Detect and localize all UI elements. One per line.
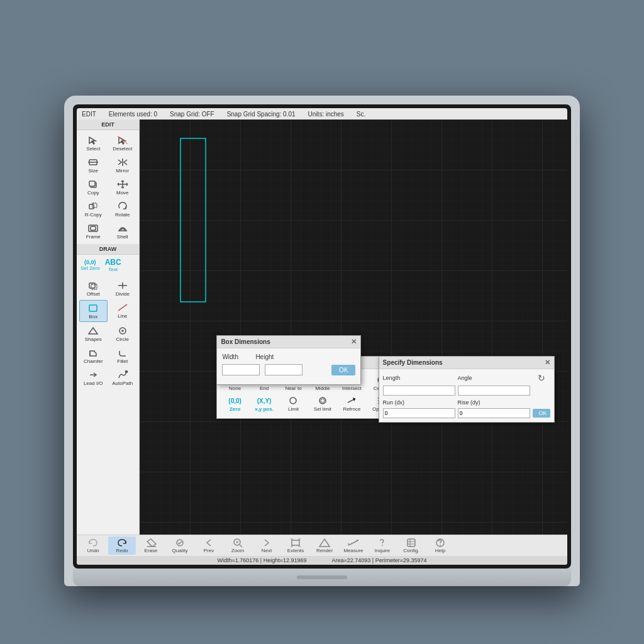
box-dimensions-dialog[interactable]: Box Dimensions ✕ Width Height OK	[216, 335, 361, 385]
svg-rect-22	[180, 138, 206, 302]
shapes-icon	[86, 325, 100, 336]
zoom-button[interactable]: Zoom	[224, 536, 252, 555]
copy-tool[interactable]: Copy	[79, 177, 108, 197]
render-icon	[318, 538, 331, 548]
undo-button[interactable]: Undo	[79, 536, 107, 555]
move-icon	[116, 179, 130, 190]
sc: Sc.	[357, 111, 365, 118]
rotate-icon	[116, 201, 130, 212]
leadio-label: Lead I/O	[84, 380, 103, 386]
mirror-tool[interactable]: Mirror	[109, 155, 137, 175]
line-label: Line	[118, 313, 127, 319]
snap-xy[interactable]: (X,Y) x,y pos.	[250, 394, 278, 413]
render-button[interactable]: Render	[311, 536, 338, 555]
select-tool[interactable]: Select	[79, 133, 108, 153]
svg-line-47	[348, 540, 358, 545]
config-icon	[405, 538, 418, 548]
quality-label: Quality	[172, 548, 188, 553]
divide-tool[interactable]: Divide	[109, 278, 137, 299]
autopath-tool[interactable]: AutoPath	[109, 367, 137, 388]
angle-input[interactable]	[458, 386, 530, 396]
box-dimensions-ok-button[interactable]: OK	[331, 365, 355, 375]
divide-label: Divide	[116, 291, 130, 297]
rcopy-tool[interactable]: R-Copy	[79, 199, 108, 219]
laptop-notch	[297, 575, 347, 579]
shell-tool[interactable]: Shell	[109, 221, 137, 242]
inquire-button[interactable]: Inquire	[369, 536, 396, 555]
specify-dims-close-button[interactable]: ✕	[545, 358, 550, 367]
select-label: Select	[86, 146, 100, 152]
size-tool[interactable]: Size	[79, 155, 108, 175]
edit-section-label: EDIT	[77, 119, 139, 130]
svg-point-36	[321, 399, 325, 402]
svg-rect-10	[91, 284, 97, 289]
move-label: Move	[116, 190, 129, 196]
box-label: Box	[89, 314, 97, 319]
snap-zero-zero[interactable]: (0,0) Zero	[221, 394, 248, 413]
next-button[interactable]: Next	[253, 536, 280, 555]
box-icon	[86, 303, 100, 314]
elements-used: Elements used: 0	[109, 111, 157, 118]
deselect-tool[interactable]: Deselect	[109, 133, 137, 153]
svg-rect-51	[408, 539, 415, 547]
height-input[interactable]	[265, 364, 303, 375]
svg-rect-8	[91, 226, 96, 230]
snap-xy-label: x,y pos.	[255, 406, 274, 412]
frame-tool[interactable]: Frame	[79, 221, 108, 242]
specify-dimensions-dialog[interactable]: Specify Dimensions ✕ Length Angle ↻	[379, 356, 555, 423]
svg-line-42	[240, 545, 242, 547]
rotate-tool[interactable]: Rotate	[109, 199, 137, 219]
svg-point-56	[440, 545, 441, 546]
refresh-icon[interactable]: ↻	[533, 373, 550, 383]
height-label: Height	[255, 353, 284, 360]
zoom-icon	[231, 538, 244, 548]
status-left: Width=1.760176 | Height=12.91969	[218, 557, 307, 564]
snap-middle-label: Middle	[315, 386, 330, 391]
deselect-label: Deselect	[113, 146, 132, 152]
set-zero-tool[interactable]: (0,0) Set Zero	[79, 257, 101, 273]
rise-input[interactable]	[458, 408, 530, 418]
dialog-box-dimensions-titlebar: Box Dimensions ✕	[217, 336, 360, 348]
length-label: Length	[383, 375, 455, 381]
copy-label: Copy	[87, 190, 99, 196]
width-input[interactable]	[222, 364, 260, 375]
line-tool[interactable]: Line	[109, 300, 137, 322]
quality-button[interactable]: Quality	[166, 536, 194, 555]
run-input[interactable]	[383, 408, 455, 418]
specify-dims-ok-button[interactable]: OK	[533, 409, 550, 418]
next-icon	[260, 538, 273, 548]
prev-button[interactable]: Prev	[195, 536, 223, 555]
config-button[interactable]: Config.	[397, 536, 425, 555]
box-dimensions-close-button[interactable]: ✕	[351, 338, 357, 346]
measure-button[interactable]: Measure	[340, 536, 367, 555]
bottom-toolbar: Undo Redo Erase	[77, 535, 567, 565]
help-button[interactable]: Help	[426, 536, 454, 555]
bottom-status-bar: Width=1.760176 | Height=12.91969 Area=22…	[77, 556, 567, 565]
shapes-tool[interactable]: Shapes	[79, 323, 108, 344]
text-tool[interactable]: ABC Text	[104, 256, 123, 274]
length-input[interactable]	[383, 386, 455, 396]
undo-label: Undo	[87, 548, 99, 553]
snap-refrnce[interactable]: Refrnce	[338, 394, 365, 413]
abc-symbol: ABC	[105, 258, 121, 267]
erase-button[interactable]: Erase	[137, 536, 165, 555]
fillet-tool[interactable]: Fillet	[109, 345, 137, 366]
leadio-tool[interactable]: Lead I/O	[79, 367, 108, 388]
specify-dims-titlebar: Specify Dimensions ✕	[379, 357, 554, 369]
circle-tool[interactable]: Circle	[109, 323, 137, 344]
undo-icon	[87, 538, 99, 548]
extents-button[interactable]: Extents	[282, 536, 309, 555]
box-tool[interactable]: Box	[79, 300, 108, 322]
chamfer-tool[interactable]: Chamfer	[79, 345, 108, 366]
snap-sel-limit[interactable]: Sel limit	[309, 394, 336, 413]
erase-icon	[145, 538, 157, 548]
leadio-icon	[86, 369, 100, 380]
snap-refrnce-icon	[344, 395, 359, 406]
redo-button[interactable]: Redo	[108, 536, 136, 555]
canvas-area[interactable]: Box Dimensions ✕ Width Height OK	[140, 119, 567, 535]
screen: EDIT Elements used: 0 Snap Grid: OFF Sna…	[77, 108, 567, 565]
move-tool[interactable]: Move	[109, 177, 137, 197]
snap-limit[interactable]: Limit	[279, 394, 307, 413]
offset-tool[interactable]: Offset	[79, 278, 108, 299]
size-label: Size	[88, 168, 98, 174]
